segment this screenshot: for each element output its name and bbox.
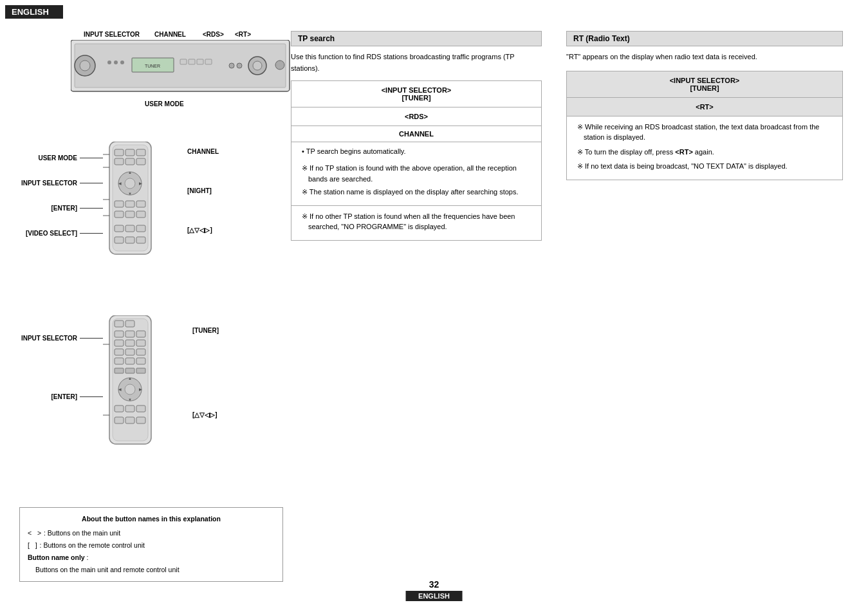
svg-text:▲: ▲ xyxy=(128,377,132,380)
main-unit-svg: TUNER xyxy=(71,40,302,98)
svg-text:◀: ◀ xyxy=(118,181,122,185)
label-input-selector: INPUT SELECTOR xyxy=(84,31,140,38)
svg-rect-57 xyxy=(125,331,134,337)
svg-rect-12 xyxy=(205,59,212,64)
rt-section: RT (Radio Text) "RT" appears on the disp… xyxy=(566,31,843,180)
svg-rect-82 xyxy=(136,417,145,423)
svg-rect-28 xyxy=(125,158,134,165)
svg-rect-42 xyxy=(115,225,124,232)
label-rds: <RDS> xyxy=(203,31,224,38)
svg-rect-17 xyxy=(275,60,284,70)
rt-note2: To turn the display off, press <RT> agai… xyxy=(573,147,836,158)
svg-rect-67 xyxy=(136,358,145,364)
page-lang-footer: ENGLISH xyxy=(405,591,463,601)
footer-note-row3: Button name only : xyxy=(28,552,275,564)
svg-rect-69 xyxy=(125,368,134,373)
label-video-select: [VIDEO SELECT] xyxy=(19,230,77,237)
tp-search-steps: <INPUT SELECTOR>[TUNER] <RDS> CHANNEL TP… xyxy=(291,80,542,241)
svg-rect-78 xyxy=(125,405,134,412)
tp-step3-note2: The station name is displayed on the dis… xyxy=(298,187,535,198)
svg-rect-65 xyxy=(115,358,124,364)
svg-text:◀: ◀ xyxy=(118,387,122,391)
svg-rect-39 xyxy=(115,211,124,218)
language-header: ENGLISH xyxy=(5,5,63,19)
svg-rect-38 xyxy=(136,201,145,207)
svg-rect-45 xyxy=(115,237,124,243)
bot-diagram-area: INPUT SELECTOR [ENTER] xyxy=(19,315,296,452)
svg-point-14 xyxy=(253,61,262,70)
label-input-sel-mid: INPUT SELECTOR xyxy=(19,180,77,187)
svg-rect-9 xyxy=(180,59,187,64)
page-number: 32 xyxy=(405,579,463,590)
footer-note-box: About the button names in this explanati… xyxy=(19,507,283,582)
svg-rect-25 xyxy=(125,149,134,156)
remote-mid-svg: ▲ ▼ ◀ ▶ xyxy=(103,142,167,264)
label-tuner-bot: [TUNER] xyxy=(192,327,219,334)
svg-text:▼: ▼ xyxy=(128,398,132,402)
svg-point-16 xyxy=(237,63,242,68)
rt-note3: If no text data is being broadcast, "NO … xyxy=(573,161,836,172)
page-number-area: 32 ENGLISH xyxy=(405,579,463,601)
svg-rect-80 xyxy=(115,417,124,423)
svg-rect-63 xyxy=(125,349,134,355)
svg-rect-59 xyxy=(115,340,124,346)
footer-note-row2: [ ] : Buttons on the remote control unit xyxy=(28,539,275,552)
svg-rect-29 xyxy=(136,158,145,165)
svg-rect-27 xyxy=(115,158,124,165)
svg-rect-62 xyxy=(115,349,124,355)
label-enter-bot: [ENTER] xyxy=(19,393,77,400)
label-input-sel-bot: INPUT SELECTOR xyxy=(19,335,77,342)
svg-text:▼: ▼ xyxy=(128,192,132,196)
rt-steps: <INPUT SELECTOR>[TUNER] <RT> While recei… xyxy=(566,71,843,180)
svg-rect-24 xyxy=(115,149,124,156)
svg-point-4 xyxy=(107,60,111,64)
label-nav-bot: [△▽◁▷] xyxy=(192,411,219,418)
svg-rect-64 xyxy=(136,349,145,355)
svg-point-6 xyxy=(120,60,124,64)
svg-text:▲: ▲ xyxy=(128,171,132,174)
svg-rect-81 xyxy=(125,417,134,423)
tp-step3-note1: If no TP station is found with the above… xyxy=(298,163,535,184)
svg-text:▶: ▶ xyxy=(139,387,142,391)
label-enter-mid: [ENTER] xyxy=(19,205,77,212)
rt-step2: <RT> xyxy=(567,98,842,116)
svg-rect-70 xyxy=(136,368,145,373)
tp-search-section: TP search Use this function to find RDS … xyxy=(291,31,542,241)
label-nav-mid: [△▽◁▷] xyxy=(187,227,219,234)
label-user-mode-top: USER MODE xyxy=(145,100,296,107)
svg-rect-77 xyxy=(115,405,124,412)
tp-step3-title: CHANNEL xyxy=(291,126,541,142)
svg-point-5 xyxy=(114,60,118,64)
tp-step3: CHANNEL TP search begins automatically. … xyxy=(291,126,541,206)
tp-step1: <INPUT SELECTOR>[TUNER] xyxy=(291,81,541,107)
svg-point-72 xyxy=(125,384,135,395)
svg-point-3 xyxy=(80,60,90,71)
label-night: [NIGHT] xyxy=(187,187,219,194)
footer-note-title: About the button names in this explanati… xyxy=(28,513,275,525)
label-user-mode-mid: USER MODE xyxy=(19,154,77,162)
tp-bottom-note: If no other TP station is found when all… xyxy=(291,206,541,240)
svg-rect-68 xyxy=(115,368,124,373)
svg-rect-79 xyxy=(136,405,145,412)
svg-rect-37 xyxy=(125,201,134,207)
svg-text:TUNER: TUNER xyxy=(145,64,160,68)
svg-rect-66 xyxy=(125,358,134,364)
top-diagram-area: INPUT SELECTOR CHANNEL <RDS> <RT> TUNER xyxy=(19,31,296,107)
svg-text:▶: ▶ xyxy=(139,181,142,185)
svg-rect-58 xyxy=(136,331,145,337)
rt-note1: While receiving an RDS broadcast station… xyxy=(573,122,836,143)
svg-rect-41 xyxy=(136,211,145,218)
svg-rect-47 xyxy=(136,237,145,243)
remote-bot-svg: ▲ ▼ ◀ ▶ xyxy=(103,315,167,451)
label-channel-top: CHANNEL xyxy=(154,31,186,38)
svg-rect-40 xyxy=(125,211,134,218)
tp-step3-bullet1: TP search begins automatically. xyxy=(298,147,535,155)
rt-title: RT (Radio Text) xyxy=(566,31,843,46)
svg-rect-61 xyxy=(136,340,145,346)
svg-rect-56 xyxy=(115,331,124,337)
svg-rect-44 xyxy=(136,225,145,232)
svg-rect-11 xyxy=(197,59,203,64)
rt-notes: While receiving an RDS broadcast station… xyxy=(567,116,842,180)
svg-rect-26 xyxy=(136,149,145,156)
mid-diagram-area: USER MODE INPUT SELECTOR [ENTER] [VIDEO … xyxy=(19,142,296,265)
